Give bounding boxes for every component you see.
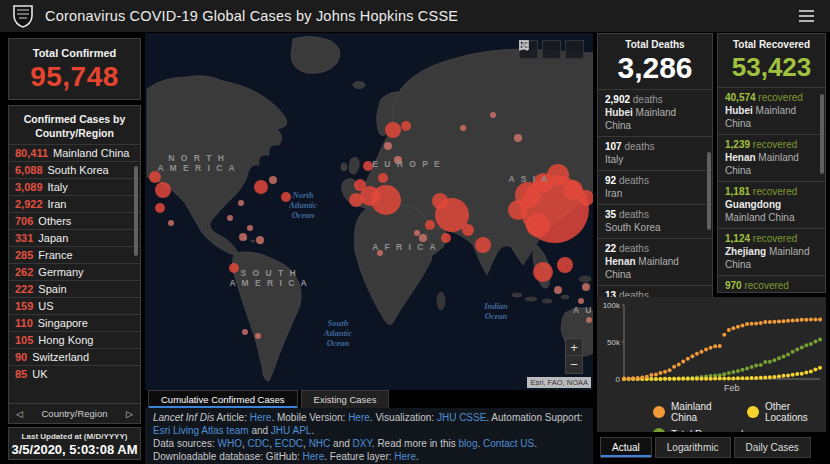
- tab-logarithmic[interactable]: Logarithmic: [655, 437, 731, 458]
- case-bubble[interactable]: [238, 200, 244, 206]
- case-bubble[interactable]: [349, 193, 363, 207]
- case-bubble[interactable]: [227, 215, 233, 221]
- link[interactable]: Here: [303, 451, 325, 462]
- case-bubble[interactable]: [578, 298, 584, 304]
- case-bubble[interactable]: [460, 125, 466, 131]
- total-confirmed-title: Total Confirmed: [9, 47, 140, 59]
- case-bubble[interactable]: [247, 225, 253, 231]
- case-bubble[interactable]: [256, 236, 264, 244]
- link[interactable]: ECDC: [275, 438, 303, 449]
- legend-icon[interactable]: [542, 40, 561, 59]
- case-bubble[interactable]: [508, 200, 528, 220]
- case-bubble[interactable]: [533, 262, 553, 282]
- case-bubble[interactable]: [354, 179, 366, 191]
- case-bubble[interactable]: [401, 121, 411, 131]
- country-row[interactable]: 159US: [9, 297, 140, 314]
- case-bubble[interactable]: [432, 193, 448, 209]
- country-row[interactable]: 285France: [9, 246, 140, 263]
- case-bubble[interactable]: [462, 224, 474, 236]
- country-row[interactable]: 2,922Iran: [9, 195, 140, 212]
- link[interactable]: Here: [348, 412, 370, 423]
- country-row[interactable]: 110Singapore: [9, 314, 140, 331]
- tab-cumulative-confirmed-cases[interactable]: Cumulative Confirmed Cases: [148, 390, 298, 408]
- case-bubble[interactable]: [269, 176, 277, 184]
- legend-item-other-locations[interactable]: Other Locations: [747, 401, 826, 423]
- case-bubble[interactable]: [475, 237, 491, 253]
- world-map[interactable]: N O R T HA M E R I C AS O U T HA M E R I…: [145, 33, 593, 390]
- country-row[interactable]: 85UK: [9, 365, 140, 382]
- case-bubble[interactable]: [547, 164, 569, 186]
- case-bubble[interactable]: [384, 142, 392, 150]
- link[interactable]: Contact US: [483, 438, 534, 449]
- pager-prev-icon[interactable]: ◁: [16, 409, 23, 419]
- zoom-out-button[interactable]: −: [565, 356, 583, 374]
- link[interactable]: Here: [250, 412, 272, 423]
- link[interactable]: blog: [459, 438, 478, 449]
- case-bubble[interactable]: [514, 134, 522, 142]
- case-bubble[interactable]: [557, 257, 573, 273]
- case-bubble[interactable]: [155, 203, 165, 213]
- svg-text:50k: 50k: [607, 338, 621, 347]
- tab-actual[interactable]: Actual: [600, 437, 652, 458]
- case-bubble[interactable]: [168, 220, 174, 226]
- case-bubble[interactable]: [526, 213, 550, 237]
- stat-row[interactable]: 1,181 recoveredGuangdong Mainland China: [718, 181, 825, 228]
- country-row[interactable]: 262Germany: [9, 263, 140, 280]
- country-row[interactable]: 105Hong Kong: [9, 331, 140, 348]
- case-bubble[interactable]: [239, 233, 247, 241]
- stat-row[interactable]: 2,902 deathsHubei Mainland China: [598, 89, 712, 136]
- cases-timeline-chart[interactable]: 100k50k0Feb: [597, 297, 826, 393]
- case-bubble[interactable]: [582, 283, 590, 291]
- menu-icon[interactable]: [795, 6, 818, 26]
- link[interactable]: JHU CSSE: [437, 412, 486, 423]
- case-bubble[interactable]: [385, 122, 401, 138]
- deaths-scrollbar[interactable]: [707, 152, 711, 230]
- link[interactable]: CDC: [248, 438, 270, 449]
- case-bubble[interactable]: [242, 329, 248, 335]
- country-row[interactable]: 3,089Italy: [9, 178, 140, 195]
- case-count: 3,089: [15, 181, 43, 193]
- country-row[interactable]: 706Others: [9, 212, 140, 229]
- link[interactable]: Here: [394, 451, 416, 462]
- stat-row[interactable]: 1,239 recoveredHenan Mainland China: [718, 134, 825, 181]
- case-bubble[interactable]: [586, 317, 592, 323]
- stat-row[interactable]: 35 deathsSouth Korea: [598, 204, 712, 238]
- stat-row[interactable]: 40,574 recoveredHubei Mainland China: [718, 87, 825, 134]
- country-row[interactable]: 331Japan: [9, 229, 140, 246]
- link[interactable]: Esri Living Atlas team: [153, 425, 249, 436]
- country-row[interactable]: 90Switzerland: [9, 348, 140, 365]
- tab-daily-cases[interactable]: Daily Cases: [734, 437, 811, 458]
- page-title: Coronavirus COVID-19 Global Cases by Joh…: [45, 8, 458, 24]
- recovered-scrollbar[interactable]: [820, 94, 824, 174]
- case-bubble[interactable]: [490, 112, 496, 118]
- link[interactable]: DXY: [353, 438, 372, 449]
- pager-next-icon[interactable]: ▷: [126, 409, 133, 419]
- tab-existing-cases[interactable]: Existing Cases: [301, 390, 390, 408]
- case-bubble[interactable]: [255, 333, 261, 339]
- legend-item-total-recovered[interactable]: Total Recovered: [653, 428, 743, 432]
- link[interactable]: JHU APL: [271, 425, 312, 436]
- country-row[interactable]: 6,088South Korea: [9, 161, 140, 178]
- stat-row[interactable]: 107 deathsItaly: [598, 136, 712, 170]
- stat-row[interactable]: 970 recoveredAnhui Mainland China: [718, 275, 825, 293]
- case-bubble[interactable]: [554, 286, 562, 294]
- case-bubble[interactable]: [414, 230, 420, 236]
- case-bubble[interactable]: [378, 173, 388, 183]
- stat-row[interactable]: 1,124 recoveredZhejiang Mainland China: [718, 228, 825, 275]
- link[interactable]: WHO: [217, 438, 241, 449]
- basemap-icon[interactable]: [565, 40, 584, 59]
- case-bubble[interactable]: [155, 182, 171, 198]
- country-list-scrollbar[interactable]: [134, 166, 138, 256]
- case-bubble[interactable]: [425, 220, 435, 230]
- link[interactable]: NHC: [309, 438, 331, 449]
- case-bubble[interactable]: [441, 233, 451, 243]
- case-bubble[interactable]: [229, 263, 239, 273]
- country-row[interactable]: 80,411Mainland China: [9, 144, 140, 161]
- zoom-in-button[interactable]: +: [565, 338, 583, 356]
- stat-row[interactable]: 22 deathsHenan Mainland China: [598, 238, 712, 285]
- country-row[interactable]: 222Spain: [9, 280, 140, 297]
- case-bubble[interactable]: [419, 234, 427, 242]
- legend-item-mainland-china[interactable]: Mainland China: [653, 401, 731, 423]
- case-bubble[interactable]: [254, 180, 268, 194]
- stat-row[interactable]: 92 deathsIran: [598, 170, 712, 204]
